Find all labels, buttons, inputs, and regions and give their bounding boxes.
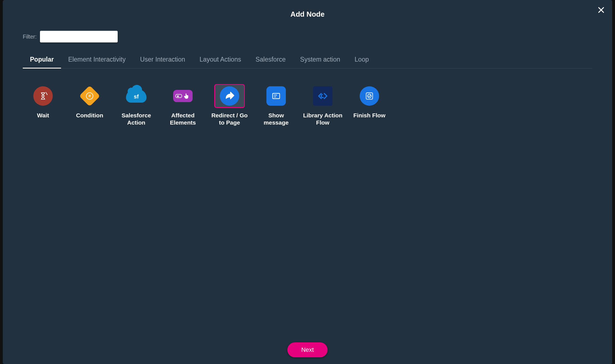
node-icon-box: If: [74, 84, 105, 108]
svg-rect-6: [366, 93, 372, 99]
next-button[interactable]: Next: [287, 342, 327, 357]
filter-label: Filter:: [23, 34, 37, 40]
node-label: Finish Flow: [353, 112, 385, 119]
node-show-message[interactable]: Show message: [256, 84, 296, 127]
node-label: Wait: [37, 112, 49, 119]
node-icon-box: [261, 84, 291, 108]
tab-loop[interactable]: Loop: [347, 54, 376, 68]
checkmark-circle-icon: [360, 86, 379, 106]
node-icon-box: [168, 84, 198, 108]
filter-input[interactable]: [40, 31, 118, 42]
svg-rect-3: [273, 93, 279, 99]
tab-salesforce[interactable]: Salesforce: [248, 54, 293, 68]
node-icon-box: [308, 84, 338, 108]
node-finish-flow[interactable]: Finish Flow: [349, 84, 390, 127]
node-label: Show message: [256, 112, 296, 127]
node-icon-box: [28, 84, 58, 108]
close-button[interactable]: [596, 4, 607, 16]
node-label: Salesforce Action: [116, 112, 157, 127]
node-library-action-flow[interactable]: Library Action Flow: [303, 84, 343, 127]
condition-diamond-icon: If: [79, 85, 100, 107]
node-condition[interactable]: If Condition: [69, 84, 110, 127]
message-icon: [266, 86, 286, 106]
arrow-redirect-icon: [220, 86, 239, 106]
node-affected-elements[interactable]: Affected Elements: [163, 84, 203, 127]
close-icon: [598, 6, 605, 14]
node-redirect[interactable]: Redirect / Go to Page: [209, 84, 250, 127]
modal-title: Add Node: [23, 10, 592, 19]
tab-element-interactivity[interactable]: Element Interactivity: [61, 54, 133, 68]
node-label: Library Action Flow: [303, 112, 343, 127]
node-label: Affected Elements: [163, 112, 203, 127]
node-icon-box: sf: [121, 84, 152, 108]
nodes-grid: Wait If Condition sf Salesforce Action: [23, 84, 592, 127]
node-label: Condition: [76, 112, 103, 119]
hand-button-icon: [173, 90, 193, 102]
cloud-sf-icon: sf: [126, 89, 147, 103]
svg-point-7: [367, 94, 371, 98]
node-icon-box: [354, 84, 385, 108]
tab-user-interaction[interactable]: User Interaction: [133, 54, 192, 68]
tab-popular[interactable]: Popular: [23, 54, 61, 68]
hourglass-icon: [33, 86, 53, 106]
node-wait[interactable]: Wait: [23, 84, 63, 127]
tab-system-action[interactable]: System action: [293, 54, 347, 68]
add-node-modal: Add Node Filter: Popular Element Interac…: [3, 0, 612, 364]
node-icon-box: [214, 84, 245, 108]
node-salesforce-action[interactable]: sf Salesforce Action: [116, 84, 157, 127]
tabs: Popular Element Interactivity User Inter…: [23, 54, 592, 69]
filter-row: Filter:: [23, 31, 592, 42]
code-brackets-icon: [313, 86, 332, 106]
node-label: Redirect / Go to Page: [209, 112, 250, 127]
tab-layout-actions[interactable]: Layout Actions: [192, 54, 248, 68]
